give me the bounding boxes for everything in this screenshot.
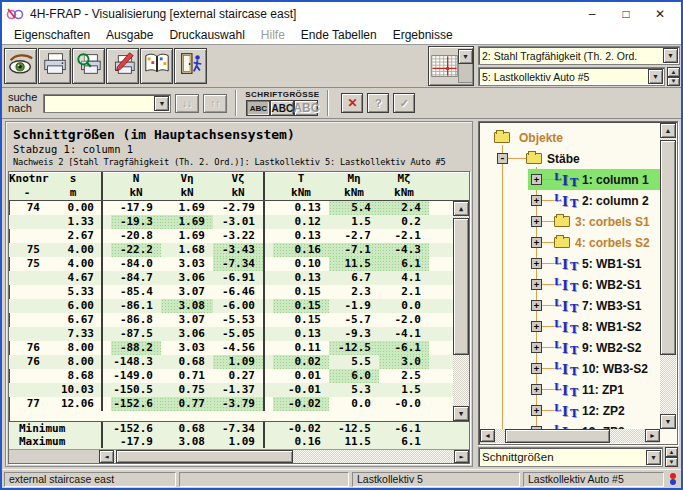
scrollbar-thumb[interactable] bbox=[453, 218, 469, 355]
scroll-right-icon[interactable]: ► bbox=[454, 450, 469, 463]
spinner-down-icon[interactable]: ▼ bbox=[667, 77, 680, 87]
folder-icon bbox=[554, 216, 570, 227]
help-button[interactable]: ? bbox=[367, 93, 389, 113]
result-type-combobox[interactable]: Schnittgrößen ▼ bbox=[478, 447, 663, 467]
collapse-toggle-icon[interactable]: - bbox=[497, 153, 508, 164]
nachweis-combobox[interactable]: 2: Stahl Tragfähigkeit (Th. 2. Ord. ▼ bbox=[478, 46, 680, 65]
minimize-button[interactable]: – bbox=[575, 3, 609, 25]
tree-item-3-corbels-s1[interactable]: +3: corbels S1 bbox=[480, 211, 660, 232]
scroll-down-icon[interactable]: ▼ bbox=[660, 414, 676, 429]
spinner-down-icon[interactable]: ▼ bbox=[665, 457, 678, 467]
result-location-button[interactable]: ▼ bbox=[428, 46, 474, 86]
tree-vertical-scrollbar[interactable]: ▲ ▼ bbox=[660, 123, 676, 429]
scroll-up-icon[interactable]: ▲ bbox=[453, 201, 469, 216]
tree-item-st-be[interactable]: -Stäbe bbox=[480, 148, 660, 169]
chevron-down-icon[interactable]: ▼ bbox=[648, 69, 663, 84]
tree-item-6-wb2-s1[interactable]: +LIT6: WB2-S1 bbox=[480, 274, 660, 295]
expand-toggle-icon[interactable]: + bbox=[531, 258, 542, 269]
tree-item-label: Stäbe bbox=[547, 152, 580, 166]
status-connection-icon bbox=[667, 472, 679, 487]
steel-profile-icon: LIT bbox=[554, 340, 578, 356]
tree-item-4-corbels-s2[interactable]: +4: corbels S2 bbox=[480, 232, 660, 253]
lastkollektiv-combobox-value: 5: Lastkollektiv Auto #5 bbox=[479, 71, 648, 83]
close-table-button[interactable]: ✕ bbox=[341, 93, 363, 113]
scroll-down-icon[interactable]: ▼ bbox=[453, 406, 469, 421]
tree-horizontal-scrollbar[interactable]: ◄ ► bbox=[480, 429, 660, 443]
scroll-right-icon[interactable]: ► bbox=[645, 429, 660, 442]
fontsize-large-button[interactable]: ABC bbox=[294, 100, 318, 116]
table-row: 754.00-84.03.03-7.340.1011.56.1 bbox=[9, 257, 453, 271]
tree-item-12-zp2[interactable]: +LIT12: ZP2 bbox=[480, 400, 660, 421]
menu-item-druckauswahl[interactable]: Druckauswahl bbox=[161, 27, 252, 43]
expand-toggle-icon[interactable]: + bbox=[531, 342, 542, 353]
result-type-spinner: ▲ ▼ bbox=[665, 447, 678, 467]
tree-item-objekte[interactable]: Objekte bbox=[480, 127, 660, 148]
eye-icon bbox=[7, 51, 35, 81]
print-button[interactable] bbox=[38, 48, 71, 84]
close-button[interactable]: ✕ bbox=[643, 3, 677, 25]
expand-toggle-icon[interactable]: + bbox=[531, 405, 542, 416]
spinner-up-icon[interactable]: ▲ bbox=[665, 447, 678, 457]
exit-button[interactable] bbox=[174, 48, 207, 84]
search-input[interactable]: ▼ bbox=[43, 94, 171, 113]
print-pencil-icon bbox=[109, 51, 137, 81]
print-preview-icon bbox=[75, 51, 103, 81]
tree-item-13-zp3[interactable]: +LIT13: ZP3 bbox=[480, 421, 660, 429]
expand-toggle-icon[interactable]: + bbox=[531, 216, 542, 227]
menu-item-eigenschaften[interactable]: Eigenschaften bbox=[6, 27, 98, 43]
expand-toggle-icon[interactable]: + bbox=[531, 279, 542, 290]
menu-item-hilfe[interactable]: Hilfe bbox=[253, 27, 293, 43]
expand-toggle-icon[interactable]: + bbox=[531, 174, 542, 185]
tree-item-7-wb3-s1[interactable]: +LIT7: WB3-S1 bbox=[480, 295, 660, 316]
grid-crosshair-icon bbox=[431, 49, 458, 83]
tree-item-8-wb1-s2[interactable]: +LIT8: WB1-S2 bbox=[480, 316, 660, 337]
scrollbar-thumb[interactable] bbox=[116, 450, 293, 463]
apply-button[interactable]: ✓ bbox=[393, 93, 415, 113]
chevron-down-icon[interactable]: ▼ bbox=[646, 450, 661, 465]
divider bbox=[235, 90, 237, 116]
fontsize-small-button[interactable]: ABC bbox=[246, 100, 270, 116]
lastkollektiv-combobox[interactable]: 5: Lastkollektiv Auto #5 ▼ bbox=[478, 67, 665, 86]
scrollbar-thumb[interactable] bbox=[660, 140, 676, 355]
expand-toggle-icon[interactable]: + bbox=[531, 363, 542, 374]
manual-button[interactable] bbox=[140, 48, 173, 84]
expand-toggle-icon[interactable]: + bbox=[531, 384, 542, 395]
main-area: Schnittgrößen (im Hauptachsensystem) Sta… bbox=[2, 119, 681, 469]
spinner-up-icon[interactable]: ▲ bbox=[667, 67, 680, 77]
search-next-button[interactable]: ↓↓ bbox=[175, 94, 199, 113]
table-vertical-scrollbar[interactable]: ▲ ▼ bbox=[453, 201, 469, 421]
tree-item-11-zp1[interactable]: +LIT11: ZP1 bbox=[480, 379, 660, 400]
grid-dropdown-arrow[interactable]: ▼ bbox=[458, 49, 473, 64]
tree-item-5-wb1-s1[interactable]: +LIT5: WB1-S1 bbox=[480, 253, 660, 274]
menu-item-ausgabe[interactable]: Ausgabe bbox=[98, 27, 161, 43]
folder-icon bbox=[494, 132, 510, 143]
table-row: 1.33-19.31.69-3.010.121.50.2 bbox=[9, 215, 453, 229]
maximize-button[interactable]: □ bbox=[609, 3, 643, 25]
table-horizontal-scrollbar[interactable]: ◄ ► bbox=[9, 449, 469, 463]
tree-item-1-column-1[interactable]: +LIT1: column 1 bbox=[480, 169, 660, 190]
book-icon bbox=[143, 51, 171, 81]
chevron-down-icon[interactable]: ▼ bbox=[663, 48, 678, 63]
scroll-left-icon[interactable]: ◄ bbox=[99, 450, 114, 463]
scroll-up-icon[interactable]: ▲ bbox=[660, 123, 676, 138]
expand-toggle-icon[interactable]: + bbox=[531, 237, 542, 248]
expand-toggle-icon[interactable]: + bbox=[531, 195, 542, 206]
scroll-left-icon[interactable]: ◄ bbox=[480, 429, 495, 442]
scrollbar-thumb[interactable] bbox=[505, 429, 610, 443]
expand-toggle-icon[interactable]: + bbox=[531, 426, 542, 429]
tree-item-2-column-2[interactable]: +LIT2: column 2 bbox=[480, 190, 660, 211]
print-select-button[interactable] bbox=[106, 48, 139, 84]
view-eye-button[interactable] bbox=[4, 48, 37, 84]
tree-item-9-wb2-s2[interactable]: +LIT9: WB2-S2 bbox=[480, 337, 660, 358]
expand-toggle-icon[interactable]: + bbox=[531, 300, 542, 311]
fontsize-medium-button[interactable]: ABC bbox=[270, 100, 294, 116]
chevron-down-icon[interactable]: ▼ bbox=[154, 96, 169, 111]
search-prev-button[interactable]: ↑↑ bbox=[203, 94, 227, 113]
menu-item-ende-tabellen[interactable]: Ende Tabellen bbox=[293, 27, 385, 43]
menu-item-ergebnisse[interactable]: Ergebnisse bbox=[385, 27, 461, 43]
window-title: 4H-FRAP - Visualisierung [external stair… bbox=[30, 7, 575, 21]
table-row: 7712.06-152.60.77-3.79-0.020.0-0.0 bbox=[9, 397, 453, 411]
tree-item-10-wb3-s2[interactable]: +LIT10: WB3-S2 bbox=[480, 358, 660, 379]
print-preview-button[interactable] bbox=[72, 48, 105, 84]
expand-toggle-icon[interactable]: + bbox=[531, 321, 542, 332]
